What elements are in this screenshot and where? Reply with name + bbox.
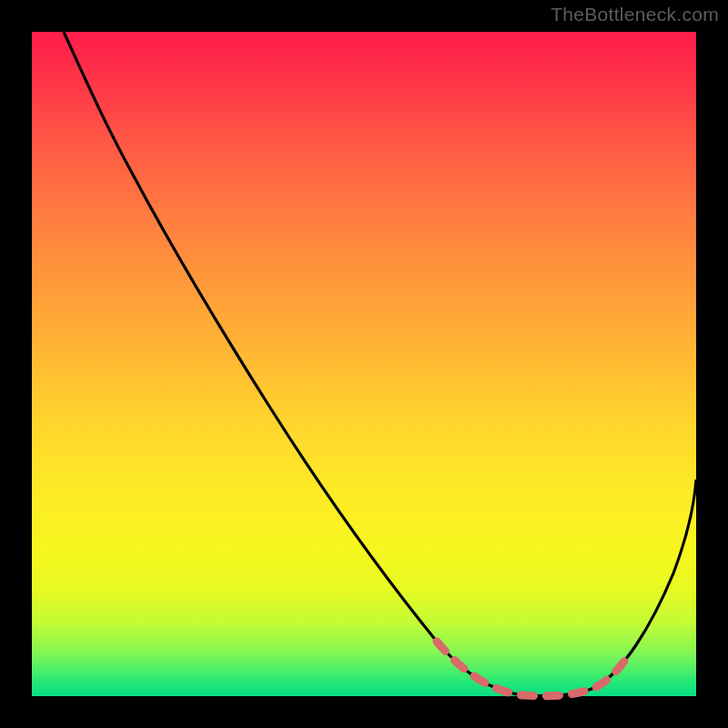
curve-highlight-dash <box>437 642 628 696</box>
bottleneck-curve <box>32 32 696 696</box>
chart-frame: TheBottleneck.com <box>0 0 728 728</box>
curve-main <box>64 32 696 696</box>
heat-gradient-background <box>32 32 696 696</box>
watermark: TheBottleneck.com <box>551 4 719 25</box>
